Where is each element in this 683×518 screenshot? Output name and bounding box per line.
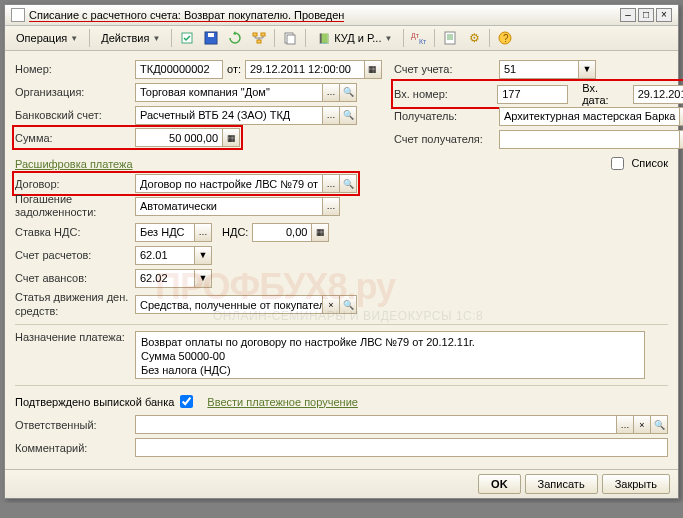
ledger-acc-dropdown-button[interactable]: ▼ <box>578 60 596 79</box>
recipient-field[interactable]: Архитектурная мастерская Барка <box>499 107 680 126</box>
svg-rect-4 <box>261 33 265 36</box>
sum-calc-icon[interactable]: ▦ <box>222 128 240 147</box>
repay-field[interactable]: Автоматически <box>135 197 323 216</box>
label-ledger: Счет учета: <box>394 63 499 75</box>
responsible-select-button[interactable]: … <box>616 415 634 434</box>
minimize-button[interactable]: – <box>620 8 636 22</box>
label-recipient: Получатель: <box>394 110 499 122</box>
bank-acc-open-button[interactable]: 🔍 <box>339 106 357 125</box>
label-in-number: Вх. номер: <box>394 88 497 100</box>
toolbar-post-icon[interactable] <box>176 28 198 48</box>
advance-acc-dropdown-button[interactable]: ▼ <box>194 269 212 288</box>
vat-field[interactable]: 0,00 <box>252 223 312 242</box>
org-select-button[interactable]: … <box>322 83 340 102</box>
contract-field[interactable]: Договор по настройке ЛВС №79 от ... <box>135 174 323 193</box>
date-field[interactable]: 29.12.2011 12:00:00 <box>245 60 365 79</box>
actions-dropdown[interactable]: Действия▼ <box>94 29 167 47</box>
label-comment: Комментарий: <box>15 442 135 454</box>
label-number: Номер: <box>15 63 135 75</box>
cash-flow-field[interactable]: Средства, полученные от покупател... <box>135 295 323 314</box>
responsible-open-button[interactable]: 🔍 <box>650 415 668 434</box>
toolbar-dt-kt-icon[interactable]: ДтКт <box>408 28 430 48</box>
org-open-button[interactable]: 🔍 <box>339 83 357 102</box>
org-field[interactable]: Торговая компания "Дом" <box>135 83 323 102</box>
bank-acc-field[interactable]: Расчетный ВТБ 24 (ЗАО) ТКД <box>135 106 323 125</box>
window-title: Списание с расчетного счета: Возврат пок… <box>29 9 616 21</box>
footer: OK Записать Закрыть <box>5 469 678 498</box>
label-repay: Погашение задолженности: <box>15 193 135 219</box>
label-sum: Сумма: <box>15 132 135 144</box>
svg-rect-2 <box>208 33 214 37</box>
toolbar-help-icon[interactable]: ? <box>494 28 516 48</box>
svg-text:Кт: Кт <box>419 38 427 45</box>
svg-rect-10 <box>445 32 455 44</box>
label-contract: Договор: <box>15 178 135 190</box>
label-recipient-acc: Счет получателя: <box>394 133 499 145</box>
vat-rate-select-button[interactable]: … <box>194 223 212 242</box>
svg-rect-5 <box>257 40 261 43</box>
confirmed-checkbox[interactable] <box>180 395 193 408</box>
label-list: Список <box>631 157 668 169</box>
save-button[interactable]: Записать <box>525 474 598 494</box>
close-form-button[interactable]: Закрыть <box>602 474 670 494</box>
svg-text:?: ? <box>503 33 509 44</box>
list-checkbox[interactable] <box>611 157 624 170</box>
toolbar-structure-icon[interactable] <box>248 28 270 48</box>
close-button[interactable]: × <box>656 8 672 22</box>
toolbar: Операция▼ Действия▼ 📗КУД и Р...▼ ДтКт ⚙ … <box>5 26 678 51</box>
kudir-icon: 📗 <box>317 31 331 45</box>
label-settle-acc: Счет расчетов: <box>15 249 135 261</box>
app-icon <box>11 8 25 22</box>
settle-acc-dropdown-button[interactable]: ▼ <box>194 246 212 265</box>
label-purpose: Назначение платежа: <box>15 331 135 344</box>
kudir-dropdown[interactable]: 📗КУД и Р...▼ <box>310 28 399 48</box>
vat-rate-field[interactable]: Без НДС <box>135 223 195 242</box>
toolbar-settings-icon[interactable]: ⚙ <box>463 28 485 48</box>
toolbar-save-icon[interactable] <box>200 28 222 48</box>
in-number-field[interactable]: 177 <box>497 85 568 104</box>
svg-rect-7 <box>287 35 295 44</box>
titlebar: Списание с расчетного счета: Возврат пок… <box>5 5 678 26</box>
svg-rect-3 <box>253 33 257 36</box>
bank-acc-select-button[interactable]: … <box>322 106 340 125</box>
recipient-select-button[interactable]: … <box>679 107 683 126</box>
contract-open-button[interactable]: 🔍 <box>339 174 357 193</box>
label-in-date: Вх. дата: <box>582 82 626 106</box>
make-payment-order-link[interactable]: Ввести платежное поручение <box>207 396 358 408</box>
recipient-acc-field[interactable] <box>499 130 680 149</box>
in-date-field[interactable]: 29.12.2011 <box>633 85 683 104</box>
label-confirmed: Подтверждено выпиской банка <box>15 396 174 408</box>
operation-dropdown[interactable]: Операция▼ <box>9 29 85 47</box>
cash-flow-clear-button[interactable]: × <box>322 295 340 314</box>
responsible-clear-button[interactable]: × <box>633 415 651 434</box>
ledger-acc-field[interactable]: 51 <box>499 60 579 79</box>
maximize-button[interactable]: □ <box>638 8 654 22</box>
label-advance-acc: Счет авансов: <box>15 272 135 284</box>
sum-field[interactable]: 50 000,00 <box>135 128 223 147</box>
recipient-acc-select-button[interactable]: … <box>679 130 683 149</box>
number-field[interactable]: ТКД00000002 <box>135 60 223 79</box>
label-vat: НДС: <box>222 226 248 238</box>
cash-flow-open-button[interactable]: 🔍 <box>339 295 357 314</box>
ok-button[interactable]: OK <box>478 474 521 494</box>
label-vat-rate: Ставка НДС: <box>15 226 135 238</box>
toolbar-copy-icon[interactable] <box>279 28 301 48</box>
repay-select-button[interactable]: … <box>322 197 340 216</box>
comment-field[interactable] <box>135 438 668 457</box>
date-picker-icon[interactable]: ▦ <box>364 60 382 79</box>
advance-acc-field[interactable]: 62.02 <box>135 269 195 288</box>
responsible-field[interactable] <box>135 415 617 434</box>
label-cash-flow: Статья движения ден. средств: <box>15 291 135 317</box>
label-responsible: Ответственный: <box>15 419 135 431</box>
toolbar-report-icon[interactable] <box>439 28 461 48</box>
label-bank-acc: Банковский счет: <box>15 109 135 121</box>
contract-select-button[interactable]: … <box>322 174 340 193</box>
payment-detail-section[interactable]: Расшифровка платежа <box>15 158 133 170</box>
vat-calc-icon[interactable]: ▦ <box>311 223 329 242</box>
main-window: Списание с расчетного счета: Возврат пок… <box>4 4 679 499</box>
settle-acc-field[interactable]: 62.01 <box>135 246 195 265</box>
form-body: ПРОФБУХ8.ру ОНЛАЙН-СЕМИНАРЫ И ВИДЕОКУРСЫ… <box>5 51 678 469</box>
label-from: от: <box>227 63 241 75</box>
toolbar-refresh-icon[interactable] <box>224 28 246 48</box>
purpose-textarea[interactable]: Возврат оплаты по договору по настройке … <box>135 331 645 379</box>
